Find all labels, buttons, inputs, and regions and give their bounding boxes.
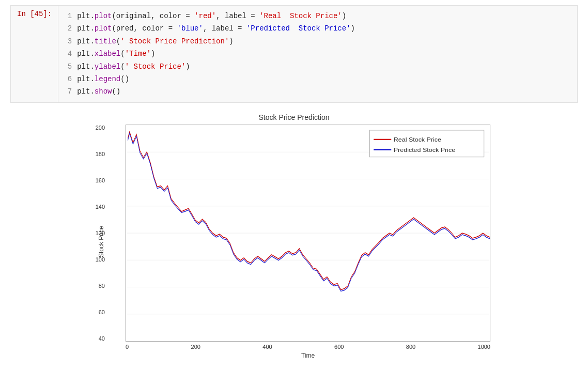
line-num-3: 3 [63,36,72,47]
x-tick-600: 600 [334,344,344,350]
y-tick-160: 160 [88,177,105,183]
y-tick-120: 120 [88,230,105,236]
x-tick-800: 800 [406,344,415,350]
code-line-2: 2 plt.plot(pred, color = 'blue', label =… [58,22,577,35]
svg-text:Real  Stock Price: Real Stock Price [394,136,441,142]
cell-code: 1 plt.plot(original, color = 'red', labe… [58,6,577,102]
line-num-6: 6 [63,73,72,85]
x-tick-200: 200 [191,344,200,350]
code-line-3: 3 plt.title(' Stock Price Prediction') [58,35,577,48]
chart-inner: Stock Price 200 180 160 140 120 100 80 6… [98,125,490,359]
line-num-5: 5 [63,61,72,72]
chart-plot-area: Real Stock Price Predicted Stock Price [126,125,490,342]
chart-title: Stock Price Prediction [98,113,490,121]
y-tick-60: 60 [88,309,105,315]
x-tick-400: 400 [262,344,272,350]
line-num-1: 1 [63,10,72,22]
code-line-5-text: plt.ylabel(' Stock Price') [77,61,190,72]
code-line-6-text: plt.legend() [77,73,129,85]
code-line-1: 1 plt.plot(original, color = 'red', labe… [58,10,577,22]
y-tick-100: 100 [88,256,105,263]
code-line-1-text: plt.plot(original, color = 'red', label … [77,10,346,22]
code-line-5: 5 plt.ylabel(' Stock Price') [58,60,577,73]
y-tick-200: 200 [88,125,105,131]
code-line-4-text: plt.xlabel('Time') [77,48,155,59]
chart-svg: Real Stock Price Predicted Stock Price [126,125,490,341]
y-tick-80: 80 [88,283,105,289]
notebook-cell: In [45]: 1 plt.plot(original, color = 'r… [10,5,578,103]
x-axis-area: 0 200 400 600 800 1000 [107,344,490,350]
code-line-6: 6 plt.legend() [58,73,577,85]
y-ticks: 200 180 160 140 120 100 80 60 40 [88,125,105,342]
chart-container: Stock Price Prediction Stock Price 200 1… [92,108,496,364]
code-line-3-text: plt.title(' Stock Price Prediction') [77,36,234,47]
y-tick-40: 40 [88,335,105,342]
x-axis-label: Time [107,352,490,359]
line-num-4: 4 [63,48,72,59]
y-tick-140: 140 [88,204,105,210]
svg-rect-9 [369,130,484,157]
svg-text:Predicted  Stock Price: Predicted Stock Price [394,146,455,152]
line-num-2: 2 [63,23,72,34]
line-num-7: 7 [63,86,72,97]
cell-label: In [45]: [11,6,58,102]
x-tick-0: 0 [126,344,129,350]
code-line-7: 7 plt.show() [58,85,577,98]
chart-area: Stock Price Prediction Stock Price 200 1… [10,108,578,364]
code-line-7-text: plt.show() [77,86,120,97]
code-line-2-text: plt.plot(pred, color = 'blue', label = '… [77,23,355,34]
x-ticks: 0 200 400 600 800 1000 [126,344,490,350]
code-line-4: 4 plt.xlabel('Time') [58,48,577,60]
x-tick-1000: 1000 [478,344,490,350]
chart-with-axes: 200 180 160 140 120 100 80 60 40 [107,125,490,359]
y-tick-180: 180 [88,151,105,157]
